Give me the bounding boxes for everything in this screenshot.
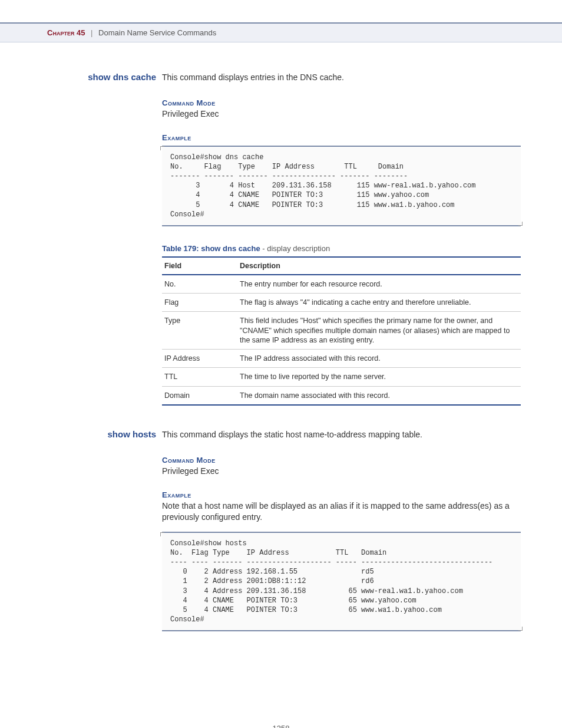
table-row: Domain The domain name associated with t…	[162, 386, 521, 405]
console-output-block: Console#show dns cache No. Flag Type IP …	[162, 146, 521, 226]
table-row: No. The entry number for each resource r…	[162, 275, 521, 294]
command-heading-row: show hosts This command displays the sta…	[47, 429, 521, 439]
chapter-title: Domain Name Service Commands	[98, 28, 216, 37]
console-output-block: Console#show hosts No. Flag Type IP Addr…	[162, 532, 521, 632]
table-cell-desc: The IP address associated with this reco…	[237, 350, 521, 368]
command-mode-heading: Command Mode	[162, 456, 521, 465]
table-cell-field: No.	[162, 275, 237, 294]
table-row: IP Address The IP address associated wit…	[162, 350, 521, 368]
table-row: Flag The flag is always "4" indicating a…	[162, 294, 521, 312]
table-header-field: Field	[162, 257, 237, 275]
table-caption-title: Table 179: show dns cache	[162, 244, 260, 253]
description-table: Field Description No. The entry number f…	[162, 256, 521, 406]
table-row: TTL The time to live reported by the nam…	[162, 368, 521, 386]
command-description: This command displays entries in the DNS…	[162, 73, 344, 82]
command-mode-text: Privileged Exec	[162, 466, 521, 477]
page-header: Chapter 45 | Domain Name Service Command…	[0, 22, 562, 42]
table-cell-desc: The flag is always "4" indicating a cach…	[237, 294, 521, 312]
page-number: – 1358 –	[0, 724, 562, 728]
table-cell-desc: The time to live reported by the name se…	[237, 368, 521, 386]
chapter-separator: |	[91, 28, 92, 37]
example-note: Note that a host name will be displayed …	[162, 500, 521, 523]
console-output: Console#show hosts No. Flag Type IP Addr…	[162, 533, 521, 631]
command-mode-heading: Command Mode	[162, 98, 521, 107]
table-caption-subtitle: - display description	[260, 244, 330, 253]
table-cell-field: Type	[162, 312, 237, 350]
table-cell-field: Domain	[162, 386, 237, 405]
table-cell-desc: This field includes "Host" which specifi…	[237, 312, 521, 350]
table-caption: Table 179: show dns cache - display desc…	[162, 244, 521, 253]
table-header-description: Description	[237, 257, 521, 275]
example-heading: Example	[162, 133, 521, 142]
table-cell-desc: The domain name associated with this rec…	[237, 386, 521, 405]
command-name: show hosts	[47, 429, 162, 439]
console-output: Console#show dns cache No. Flag Type IP …	[162, 147, 521, 225]
table-row: Type This field includes "Host" which sp…	[162, 312, 521, 350]
command-heading-row: show dns cache This command displays ent…	[47, 72, 521, 82]
table-cell-desc: The entry number for each resource recor…	[237, 275, 521, 294]
command-description: This command displays the static host na…	[162, 430, 422, 439]
table-cell-field: IP Address	[162, 350, 237, 368]
table-cell-field: TTL	[162, 368, 237, 386]
chapter-label: Chapter 45	[47, 28, 85, 37]
table-cell-field: Flag	[162, 294, 237, 312]
command-name: show dns cache	[47, 72, 162, 82]
command-mode-text: Privileged Exec	[162, 108, 521, 120]
example-heading: Example	[162, 490, 521, 499]
